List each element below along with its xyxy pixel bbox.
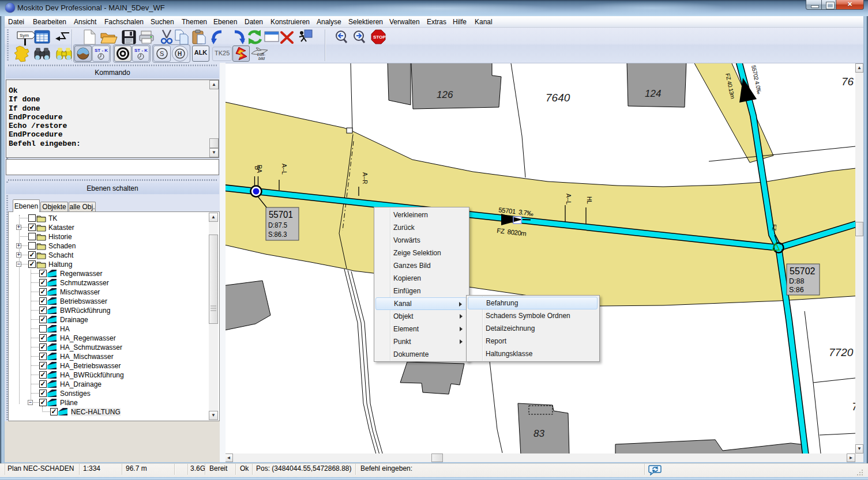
svg-text:A--L: A--L (281, 164, 287, 175)
svg-text:bild: bild (258, 56, 265, 61)
svg-text:HL: HL (586, 196, 592, 204)
svg-text:7720: 7720 (829, 346, 854, 358)
svg-text:H: H (178, 51, 182, 57)
svg-text:S:86.3: S:86.3 (268, 230, 287, 239)
svg-text:55702: 55702 (790, 266, 816, 276)
svg-text:Sym: Sym (20, 33, 29, 38)
svg-text:126: 126 (437, 89, 453, 100)
svg-text:STOP: STOP (373, 35, 386, 40)
svg-text:A--R: A--R (362, 172, 368, 184)
svg-text:D:87.5: D:87.5 (268, 221, 287, 229)
svg-text:Luft-: Luft- (257, 52, 266, 56)
svg-text:83: 83 (533, 428, 544, 439)
svg-text:FZ: FZ (771, 224, 777, 231)
svg-text:76: 76 (841, 75, 854, 88)
svg-text:S:86: S:86 (789, 286, 804, 294)
svg-text:S: S (160, 50, 164, 57)
svg-text:D:88: D:88 (789, 277, 804, 285)
svg-text:B: B (254, 166, 260, 170)
svg-text:ST - K: ST - K (134, 48, 148, 53)
svg-text:124: 124 (645, 88, 661, 99)
svg-text:55701: 55701 (269, 210, 293, 220)
svg-text:A--L: A--L (565, 194, 572, 205)
svg-text:7640: 7640 (546, 92, 570, 104)
svg-text:ST - K: ST - K (95, 48, 108, 53)
